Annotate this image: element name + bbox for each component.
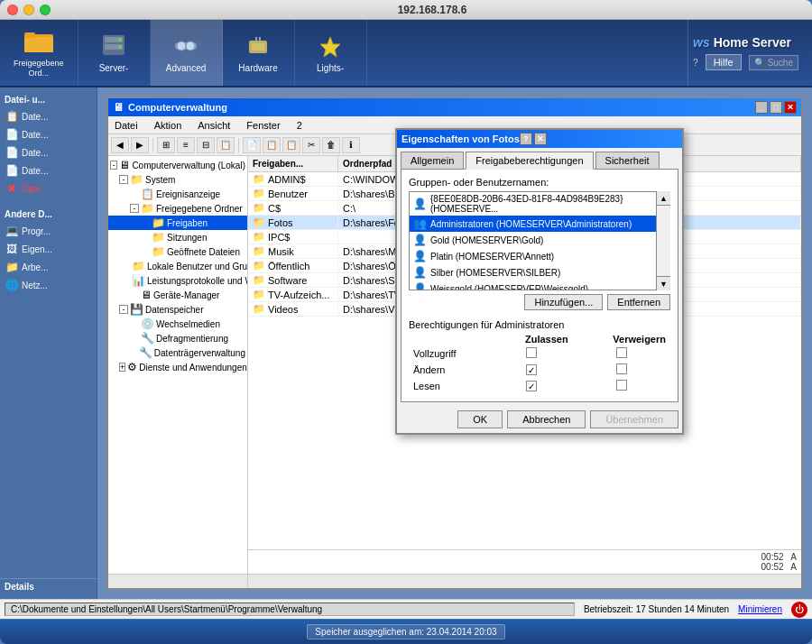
user-item-0[interactable]: 👤 {8EE0E8DB-20B6-43ED-81F8-4AD984B9E283}…	[410, 192, 669, 216]
toolbar-back[interactable]: ◀	[111, 137, 129, 153]
tree-expand-root[interactable]: -	[110, 161, 117, 170]
menu-datei[interactable]: Datei	[111, 119, 142, 132]
scroll-down[interactable]: ▼	[657, 276, 670, 290]
menu-2[interactable]: 2	[293, 119, 306, 132]
toolbar-btn-6[interactable]: 📋	[263, 137, 281, 153]
nav-lights[interactable]: Lights-	[295, 20, 367, 86]
checkbox-vollzugriff-allow[interactable]	[526, 347, 537, 358]
tree-expand-dienste[interactable]: +	[119, 363, 125, 372]
menu-fenster[interactable]: Fenster	[243, 119, 283, 132]
sidebar-item-7[interactable]: 🖼 Eigen...	[0, 240, 97, 258]
perm-deny-lesen[interactable]	[573, 378, 670, 394]
nav-freigegebene[interactable]: Freigegebene Ord...	[0, 20, 78, 86]
user-item-5[interactable]: 👤 Weissgold (HOMESERVER\Weissgold)	[410, 281, 669, 290]
nav-advanced[interactable]: Advanced	[151, 20, 223, 86]
toolbar-btn-1[interactable]: ⊞	[157, 137, 175, 153]
tree-item-dateien[interactable]: 📁 Geöffnete Dateien	[108, 244, 247, 259]
sidebar-item-3[interactable]: 📄 Date...	[0, 143, 97, 161]
toolbar-btn-10[interactable]: ℹ	[342, 137, 360, 153]
sidebar-item-9[interactable]: 🌐 Netz...	[0, 276, 97, 294]
sidebar-item-1-label: Date...	[22, 112, 48, 122]
menu-aktion[interactable]: Aktion	[151, 119, 186, 132]
win-restore-btn[interactable]: □	[770, 101, 782, 114]
tab-allgemein[interactable]: Allgemein	[401, 152, 464, 169]
cancel-button[interactable]: Abbrechen	[507, 410, 586, 428]
sidebar-item-1[interactable]: 📋 Date...	[0, 107, 97, 125]
sidebar-item-2[interactable]: 📄 Date...	[0, 125, 97, 143]
tree-expand-system[interactable]: -	[119, 175, 128, 184]
tree-item-geraete[interactable]: 🖥 Geräte-Manager	[108, 288, 247, 302]
tree-item-defrag[interactable]: 🔧 Defragmentierung	[108, 331, 247, 345]
maximize-button[interactable]	[40, 5, 51, 15]
checkbox-aendern-allow[interactable]	[526, 364, 537, 375]
tree-item-leistung[interactable]: 📊 Leistungsprotokolle und War	[108, 273, 247, 288]
user-item-2[interactable]: 👤 Gold (HOMESERVER\Gold)	[410, 232, 669, 248]
share-icon-8: 📁	[253, 274, 265, 286]
minimize-link[interactable]: Minimieren	[738, 604, 782, 614]
sidebar-item-8[interactable]: 📁 Arbe...	[0, 258, 97, 276]
toolbar-btn-8[interactable]: ✂	[302, 137, 320, 153]
users-list[interactable]: 👤 {8EE0E8DB-20B6-43ED-81F8-4AD984B9E283}…	[409, 191, 670, 290]
apply-button[interactable]: Übernehmen	[590, 410, 678, 428]
perm-deny-aendern[interactable]	[573, 362, 670, 378]
tab-sicherheit[interactable]: Sicherheit	[595, 152, 660, 169]
perm-deny-vollzugriff[interactable]	[573, 345, 670, 362]
checkbox-aendern-deny[interactable]	[616, 363, 627, 374]
tree-expand-freigegebene[interactable]: -	[130, 204, 139, 213]
tree-item-benutzer[interactable]: 📁 Lokale Benutzer und Gruppe	[108, 259, 247, 273]
menu-ansicht[interactable]: Ansicht	[194, 119, 234, 132]
win-minimize-btn[interactable]: _	[755, 101, 768, 114]
toolbar-btn-9[interactable]: 🗑	[322, 137, 340, 153]
toolbar-btn-4[interactable]: 📋	[217, 137, 235, 153]
search-box[interactable]: 🔍 Suche	[749, 55, 798, 70]
taskbar-item[interactable]: Speicher ausgeglichen am: 23.04.2014 20:…	[307, 624, 504, 639]
toolbar-btn-3[interactable]: ⊟	[197, 137, 215, 153]
toolbar-btn-5[interactable]: 📄	[243, 137, 261, 153]
toolbar-btn-7[interactable]: 📋	[282, 137, 300, 153]
minimize-button[interactable]	[23, 5, 34, 15]
close-button[interactable]	[7, 5, 18, 15]
dialog-help-btn[interactable]: ?	[520, 133, 532, 145]
help-button[interactable]: Hilfe	[706, 54, 742, 70]
toolbar-forward[interactable]: ▶	[131, 137, 149, 153]
users-scrollbar[interactable]: ▲ ▼	[656, 191, 670, 290]
nav-server[interactable]: Server-	[78, 20, 151, 86]
remove-button[interactable]: Entfernen	[607, 294, 670, 310]
right-scrollbar[interactable]	[248, 575, 801, 588]
checkbox-vollzugriff-deny[interactable]	[616, 347, 627, 358]
ok-button[interactable]: OK	[457, 410, 503, 428]
dialog-close-btn[interactable]: ✕	[534, 133, 547, 145]
tree-item-freigaben[interactable]: 📁 Freigaben	[108, 216, 247, 230]
left-scrollbar[interactable]	[108, 575, 248, 588]
sidebar-item-5[interactable]: ✖ Date...	[0, 179, 97, 198]
tree-item-wechsel[interactable]: 💿 Wechselmedien	[108, 317, 247, 331]
user-item-4[interactable]: 👤 Silber (HOMESERVER\SILBER)	[410, 264, 669, 281]
tree-item-system[interactable]: - 📁 System	[108, 172, 247, 187]
tree-item-sitzungen[interactable]: 📁 Sitzungen	[108, 230, 247, 244]
sidebar-item-4[interactable]: 📄 Date...	[0, 161, 97, 179]
perm-allow-vollzugriff[interactable]	[491, 345, 573, 362]
toolbar-btn-2[interactable]: ≡	[177, 137, 195, 153]
tab-freigabe[interactable]: Freigabeberechtigungen	[466, 152, 593, 170]
tree-item-root[interactable]: - 🖥 Computerverwaltung (Lokal)	[108, 158, 247, 172]
tree-item-freigegebene[interactable]: - 📁 Freigegebene Ordner	[108, 201, 247, 216]
tree-expand-datenspeicher[interactable]: -	[119, 305, 128, 314]
col-header-freigaben[interactable]: Freigaben...	[248, 156, 338, 171]
tree-item-ereignis[interactable]: 📋 Ereignisanzeige	[108, 187, 247, 201]
user-item-3[interactable]: 👤 Platin (HOMESERVER\Annett)	[410, 248, 669, 264]
add-button[interactable]: Hinzufügen...	[524, 294, 603, 310]
tree-item-datenspeicher[interactable]: - 💾 Datenspeicher	[108, 302, 247, 317]
tree-item-dienste[interactable]: + ⚙ Dienste und Anwendungen	[108, 360, 247, 374]
perm-allow-aendern[interactable]	[491, 362, 573, 378]
scroll-up[interactable]: ▲	[657, 191, 670, 206]
user-item-1[interactable]: 👥 Administratoren (HOMESERVER\Administra…	[410, 216, 669, 232]
checkbox-lesen-allow[interactable]	[526, 381, 537, 391]
perm-allow-lesen[interactable]	[491, 378, 573, 394]
sidebar-item-6[interactable]: 💻 Progr...	[0, 222, 97, 240]
win-close-btn[interactable]: ✕	[784, 101, 797, 114]
tree-item-datentraeger[interactable]: 🔧 Datenträgerverwaltung	[108, 345, 247, 360]
power-button[interactable]: ⏻	[791, 602, 807, 618]
nav-advanced-label: Advanced	[166, 63, 206, 74]
checkbox-lesen-deny[interactable]	[616, 380, 627, 391]
nav-hardware[interactable]: Hardware	[223, 20, 295, 86]
